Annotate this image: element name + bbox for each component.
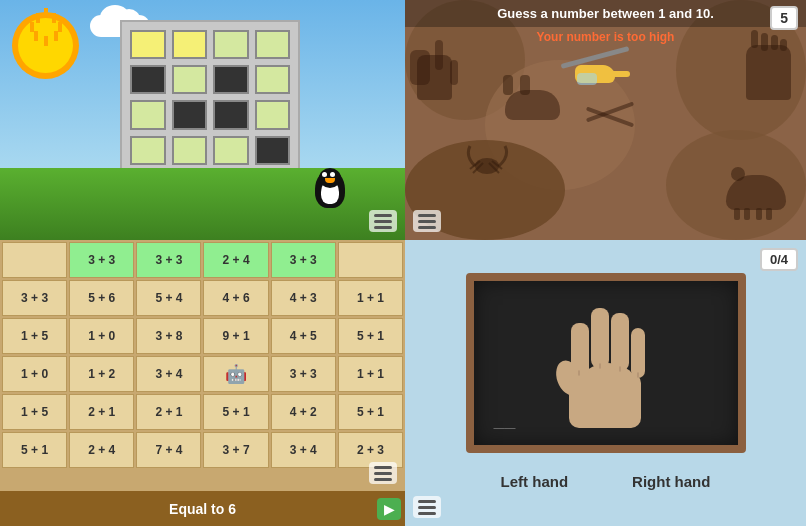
math-cell[interactable]: 🤖 — [203, 356, 268, 392]
math-grid: 3 + 33 + 32 + 43 + 33 + 35 + 65 + 44 + 6… — [0, 240, 405, 470]
svg-rect-10 — [631, 328, 645, 378]
math-cell[interactable]: 9 + 1 — [203, 318, 268, 354]
math-game: 3 + 33 + 32 + 43 + 33 + 35 + 65 + 44 + 6… — [0, 240, 405, 526]
building-scene — [0, 0, 405, 240]
window — [130, 136, 166, 165]
math-cell[interactable]: 2 + 1 — [136, 394, 201, 430]
menu-icon[interactable] — [369, 210, 397, 232]
math-cell[interactable]: 5 + 1 — [2, 432, 67, 468]
math-cell[interactable]: 5 + 4 — [136, 280, 201, 316]
cave-animal-drawing-1 — [505, 90, 560, 120]
math-cell[interactable]: 3 + 8 — [136, 318, 201, 354]
math-cell[interactable]: 3 + 7 — [203, 432, 268, 468]
cave-header: Guess a number between 1 and 10. — [405, 0, 806, 27]
math-cell[interactable]: 1 + 0 — [69, 318, 134, 354]
svg-rect-12 — [569, 373, 641, 428]
math-cell[interactable]: 3 + 3 — [136, 242, 201, 278]
math-cell[interactable]: 5 + 1 — [338, 318, 403, 354]
hand-recognition-game: 0/4 — [405, 240, 806, 526]
hand-svg — [551, 283, 661, 443]
score-display: 5 — [770, 6, 798, 30]
window — [172, 100, 208, 129]
math-cell[interactable]: 3 + 3 — [271, 242, 336, 278]
cave-scene: Guess a number between 1 and 10. Your nu… — [405, 0, 806, 240]
math-cell[interactable]: 3 + 4 — [271, 432, 336, 468]
cave-subtitle: Your number is too high — [405, 30, 806, 44]
math-cell[interactable]: 1 + 5 — [2, 394, 67, 430]
main-container: Guess a number between 1 and 10. Your nu… — [0, 0, 806, 526]
window — [213, 100, 249, 129]
math-cell[interactable] — [338, 242, 403, 278]
cave-tool-drawing — [585, 100, 635, 130]
penguin — [315, 168, 345, 208]
window — [172, 65, 208, 94]
menu-icon-cave[interactable] — [413, 210, 441, 232]
window — [172, 136, 208, 165]
math-cell[interactable]: 1 + 1 — [338, 280, 403, 316]
math-cell[interactable]: 3 + 3 — [69, 242, 134, 278]
window — [255, 136, 291, 165]
math-cell[interactable]: 7 + 4 — [136, 432, 201, 468]
equal-label: Equal to 6 — [169, 501, 236, 517]
window — [213, 65, 249, 94]
sun-icon — [18, 18, 73, 73]
chalkboard: —— — [466, 273, 746, 453]
math-cell[interactable]: 1 + 1 — [338, 356, 403, 392]
window — [255, 30, 291, 59]
window — [130, 65, 166, 94]
math-cell[interactable]: 3 + 3 — [2, 280, 67, 316]
window — [172, 30, 208, 59]
math-cell[interactable]: 4 + 5 — [271, 318, 336, 354]
svg-rect-9 — [611, 313, 629, 371]
cave-hand-drawing-2 — [746, 45, 791, 100]
math-cell[interactable]: 4 + 6 — [203, 280, 268, 316]
math-cell[interactable]: 1 + 5 — [2, 318, 67, 354]
window — [213, 136, 249, 165]
math-cell[interactable]: 4 + 2 — [271, 394, 336, 430]
math-cell[interactable]: 2 + 1 — [69, 394, 134, 430]
window — [213, 30, 249, 59]
window — [130, 100, 166, 129]
hand-score: 0/4 — [760, 248, 798, 271]
confirm-button[interactable]: ▶ — [377, 498, 401, 520]
math-cell[interactable]: 5 + 1 — [338, 394, 403, 430]
hand-choice-buttons: Left hand Right hand — [489, 469, 723, 494]
menu-icon-hand[interactable] — [413, 496, 441, 518]
helicopter-icon — [565, 55, 625, 90]
math-cell[interactable]: 3 + 3 — [271, 356, 336, 392]
math-cell[interactable]: 4 + 3 — [271, 280, 336, 316]
menu-icon-math[interactable] — [369, 462, 397, 484]
math-cell[interactable]: 5 + 1 — [203, 394, 268, 430]
svg-rect-8 — [591, 308, 609, 368]
math-cell[interactable]: 3 + 4 — [136, 356, 201, 392]
cave-scorpion-drawing — [465, 141, 510, 185]
math-cell[interactable]: 1 + 0 — [2, 356, 67, 392]
window — [255, 65, 291, 94]
math-cell[interactable]: 1 + 2 — [69, 356, 134, 392]
ground-bar: Equal to 6 ▶ — [0, 491, 405, 526]
window — [130, 30, 166, 59]
left-hand-button[interactable]: Left hand — [489, 469, 581, 494]
math-cell[interactable]: 2 + 4 — [203, 242, 268, 278]
right-hand-button[interactable]: Right hand — [620, 469, 722, 494]
math-cell[interactable]: 5 + 6 — [69, 280, 134, 316]
cave-title: Guess a number between 1 and 10. — [497, 6, 714, 21]
window — [255, 100, 291, 129]
chalk-marks: —— — [494, 421, 516, 433]
math-cell[interactable]: 2 + 4 — [69, 432, 134, 468]
math-cell[interactable] — [2, 242, 67, 278]
